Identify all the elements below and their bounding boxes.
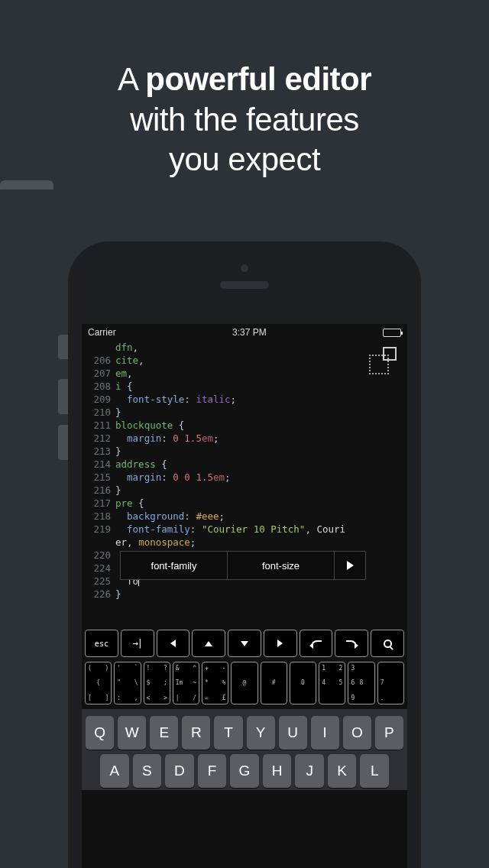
keyboard-key[interactable]: R [182,716,210,750]
keyboard-key[interactable]: J [295,754,324,788]
special-key[interactable]: 7. [377,662,404,704]
carrier-label: Carrier [88,327,116,338]
line-number: 226 [82,588,115,601]
line-number: 208 [82,380,115,393]
line-number: 216 [82,484,115,497]
editor-toolbar: esc →| [82,628,407,659]
keyboard-key[interactable]: U [279,716,307,750]
line-number: 217 [82,497,115,510]
phone-frame: Carrier 3:37 PM dfn,206cite,207em,208i {… [68,241,421,868]
code-line[interactable]: 207em, [82,367,407,380]
line-number: 224 [82,562,115,575]
code-line[interactable]: 213} [82,445,407,458]
line-number: 220 [82,549,115,562]
keyboard-key[interactable]: E [150,716,178,750]
line-number: 213 [82,445,115,458]
autocomplete-option[interactable]: font-size [228,552,335,579]
line-number: 214 [82,458,115,471]
code-line[interactable]: 211blockquote { [82,419,407,432]
keyboard-key[interactable]: L [360,754,389,788]
phone-sensor [241,264,248,272]
arrow-up-key[interactable] [192,630,225,657]
code-line[interactable]: 216} [82,484,407,497]
phone-power-button [0,180,53,189]
escape-key[interactable]: esc [85,630,118,657]
phone-screen: Carrier 3:37 PM dfn,206cite,207em,208i {… [82,324,407,868]
keyboard-key[interactable]: G [230,754,259,788]
code-line[interactable]: 206cite, [82,354,407,367]
code-line[interactable]: 219 font-family: "Courier 10 Pitch", Cou… [82,523,407,536]
special-chars-row: ()[]{'`"\:,!?$;<>&^Im~|/+-*%=£@#01245369… [82,660,407,706]
special-key[interactable]: +-*%=£ [202,662,228,704]
line-number: 209 [82,393,115,406]
code-line[interactable]: 217pre { [82,497,407,510]
keyboard-key[interactable]: I [311,716,339,750]
special-key[interactable]: 1245 [319,662,345,704]
special-key[interactable]: 3698 [348,662,374,704]
keyboard-key[interactable]: Y [247,716,275,750]
keyboard-key[interactable]: O [343,716,371,750]
keyboard-key[interactable]: Q [86,716,114,750]
line-number: 225 [82,575,115,588]
autocomplete-option[interactable]: font-family [121,552,228,579]
code-line[interactable]: 208i { [82,380,407,393]
arrow-right-key[interactable] [264,630,297,657]
line-number: 210 [82,406,115,419]
code-line[interactable]: 226} [82,588,407,601]
keyboard-key[interactable]: D [165,754,194,788]
line-number [82,536,115,549]
keyboard-key[interactable]: F [198,754,227,788]
tab-key[interactable]: →| [121,630,154,657]
special-key[interactable]: ()[]{ [85,662,112,704]
phone-volume-down [58,425,69,460]
keyboard-key[interactable]: T [214,716,242,750]
special-key[interactable]: # [261,662,287,704]
search-key[interactable] [371,630,404,657]
code-line[interactable]: dfn, [82,341,407,354]
battery-icon [383,329,401,337]
status-bar: Carrier 3:37 PM [82,324,407,341]
clock-label: 3:37 PM [232,327,267,338]
redo-key[interactable] [335,630,368,657]
line-number: 211 [82,419,115,432]
line-number: 219 [82,523,115,536]
code-line[interactable]: er, monospace; [82,536,407,549]
undo-key[interactable] [300,630,333,657]
line-number: 207 [82,367,115,380]
code-line[interactable]: 214address { [82,458,407,471]
marketing-headline: A powerful editor with the features you … [0,0,489,180]
keyboard-key[interactable]: P [375,716,403,750]
phone-earpiece [220,281,269,289]
special-key[interactable]: @ [231,662,257,704]
line-number: 206 [82,354,115,367]
keyboard-key[interactable]: K [328,754,357,788]
code-line[interactable]: 215 margin: 0 0 1.5em; [82,471,407,484]
code-line[interactable]: 218 background: #eee; [82,510,407,523]
keyboard-key[interactable]: W [118,716,146,750]
arrow-left-key[interactable] [157,630,190,657]
code-line[interactable]: 210} [82,406,407,419]
autocomplete-next-button[interactable] [335,552,365,579]
keyboard-key[interactable]: S [133,754,162,788]
special-key[interactable]: 0 [290,662,316,704]
line-number: 212 [82,432,115,445]
line-number: 218 [82,510,115,523]
line-number: 215 [82,471,115,484]
phone-volume-up [58,379,69,414]
code-line[interactable]: 209 font-style: italic; [82,393,407,406]
phone-mute-switch [58,335,69,359]
system-keyboard: QWERTYUIOP ASDFGHJKL [82,709,407,790]
special-key[interactable]: !?$;<> [144,662,170,704]
special-key[interactable]: &^Im~|/ [173,662,199,704]
autocomplete-popup: font-family font-size [120,551,366,580]
code-line[interactable]: 212 margin: 0 1.5em; [82,432,407,445]
special-key[interactable]: '`"\:, [114,662,141,704]
resize-handle-icon[interactable] [369,347,397,374]
keyboard-key[interactable]: H [263,754,292,788]
arrow-down-key[interactable] [228,630,261,657]
line-number [82,341,115,354]
keyboard-key[interactable]: A [100,754,129,788]
